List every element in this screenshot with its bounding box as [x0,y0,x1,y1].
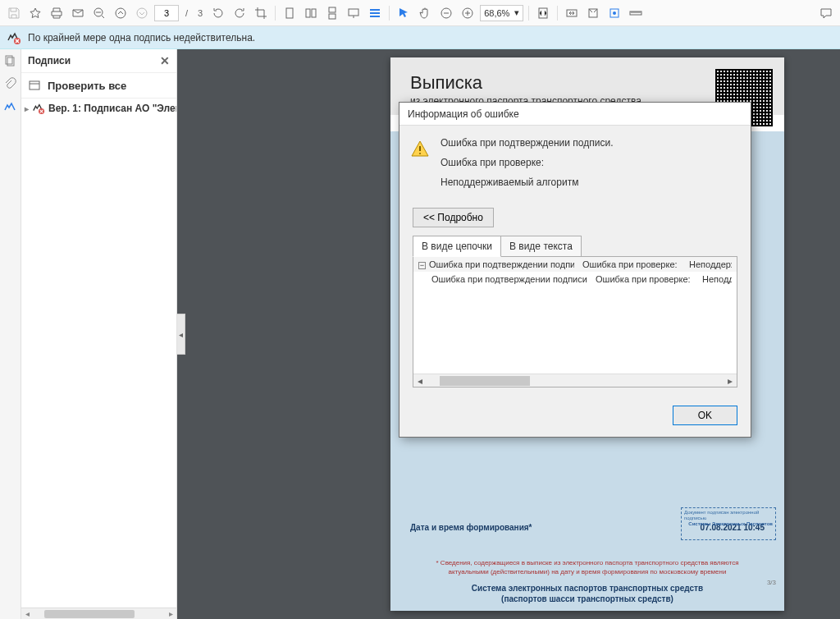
page-number-input[interactable] [154,5,179,21]
chain-cell: Ошибка при подтверждении подписи. [429,259,574,269]
signature-warning-bar: По крайней мере одна подпись недействите… [0,26,840,49]
scroll-right-icon[interactable]: ▸ [165,609,176,618]
collapse-sidebar-handle[interactable]: ◂ [177,314,185,355]
comment-icon[interactable] [817,4,835,22]
document-title: Выписка [410,72,765,94]
page-total: 3 [198,8,203,18]
page-down-icon[interactable] [133,4,151,22]
footer-text: Система электронных паспортов транспортн… [390,583,784,604]
verify-all-label: Проверить все [48,80,126,92]
svg-rect-7 [329,14,336,19]
verify-all-button[interactable]: Проверить все [21,72,176,99]
pointer-icon[interactable] [395,4,413,22]
svg-rect-6 [329,7,336,12]
hand-icon[interactable] [416,4,434,22]
zoom-plus-icon[interactable] [459,4,477,22]
rotate-ccw-icon[interactable] [209,4,227,22]
verify-all-icon [28,79,41,92]
chain-cell: Ошибка при подтверждении подписи. [431,274,587,284]
footer-line: (паспортов шасси транспортных средств) [390,594,784,604]
date-label: Дата и время формирования* [410,523,532,532]
svg-rect-8 [349,9,358,16]
facing-pages-icon[interactable] [302,4,320,22]
signature-tree-item[interactable]: ▸ Вер. 1: Подписан АО "Электрон [21,99,176,118]
footnote-text: * Сведения, содержащиеся в выписке из эл… [390,559,784,576]
scroll-left-icon[interactable]: ◂ [413,375,427,387]
presentation-icon[interactable] [345,4,363,22]
warning-icon [411,140,429,157]
tab-text-view[interactable]: В виде текста [500,236,582,257]
details-toggle-button[interactable]: << Подробно [413,208,494,227]
zoom-minus-icon[interactable] [437,4,455,22]
scrollbar-thumb[interactable] [44,610,135,618]
panel-title: Подписи [28,55,71,66]
ruler-icon[interactable] [627,4,645,22]
actual-size-icon[interactable] [584,4,602,22]
stamp-line: Системы Электронных Паспортов [684,521,773,527]
dialog-title: Информация об ошибке [399,103,751,126]
attachments-tab-icon[interactable] [3,77,18,92]
sidebar-tab-strip [0,49,21,619]
signature-invalid-icon [7,30,21,45]
collapse-icon[interactable]: − [418,262,426,269]
chain-row[interactable]: −Ошибка при подтверждении подписи. Ошибк… [413,257,737,272]
signature-invalid-icon [32,102,45,115]
panel-horizontal-scrollbar[interactable]: ◂ ▸ [21,608,176,619]
svg-rect-3 [286,8,293,18]
toolbar-separator [528,6,529,21]
footer-line: Система электронных паспортов транспортн… [390,583,784,594]
signature-stamp: Документ подписан электронной подписью С… [681,507,776,540]
toolbar-separator [557,6,558,21]
svg-rect-5 [312,9,316,17]
chain-row[interactable]: Ошибка при подтверждении подписи. Ошибка… [413,272,737,287]
error-info-dialog: Информация об ошибке Ошибка при подтверж… [399,102,751,438]
rotate-cw-icon[interactable] [231,4,249,22]
mail-icon[interactable] [69,4,87,22]
fit-width-icon[interactable] [563,4,581,22]
scrollbar-thumb[interactable] [440,376,530,386]
error-line: Ошибка при проверке: [441,157,737,168]
signatures-panel: Подписи ✕ Проверить все ▸ Вер. 1: Подпис… [21,49,177,619]
error-line: Ошибка при подтверждении подписи. [441,137,737,149]
svg-point-15 [613,11,616,15]
continuous-icon[interactable] [323,4,341,22]
page-sep: / [185,8,188,18]
print-icon[interactable] [48,4,66,22]
chain-cell: Ошибка при проверке: [582,259,681,269]
svg-point-22 [419,153,421,154]
favorite-icon[interactable] [26,4,44,22]
panel-header: Подписи ✕ [21,49,176,72]
error-line: Неподдерживаемый алгоритм [441,177,737,188]
chain-cell: Ошибка при проверке: [596,274,694,284]
signature-item-label: Вер. 1: Подписан АО "Электрон [48,103,176,114]
zoom-value: 68,6% [484,8,509,18]
zoom-dropdown[interactable]: 68,6%▾ [480,5,523,21]
page-up-icon[interactable] [112,4,130,22]
svg-rect-20 [30,81,39,89]
fit-visible-icon[interactable] [605,4,623,22]
zoom-out-icon[interactable] [90,4,108,22]
scroll-left-icon[interactable]: ◂ [21,609,33,618]
tab-chain-view[interactable]: В виде цепочки [413,236,501,257]
close-panel-icon[interactable]: ✕ [160,54,170,67]
content-horizontal-scrollbar[interactable]: ◂ ▸ [413,374,737,387]
chain-view-content: −Ошибка при подтверждении подписи. Ошибк… [413,256,737,387]
single-page-icon[interactable] [281,4,299,22]
main-toolbar: / 3 68,6%▾ [0,0,840,26]
save-icon[interactable] [5,4,23,22]
lines-icon[interactable] [366,4,384,22]
chain-cell: Неподдержи [689,259,732,269]
stamp-line: Документ подписан электронной подписью [684,510,773,521]
chevron-down-icon: ▾ [514,7,519,18]
document-viewport[interactable]: ◂ Выписка из электронного паспорта транс… [177,49,840,619]
svg-point-1 [116,8,126,18]
fit-page-icon[interactable] [534,4,552,22]
pages-tab-icon[interactable] [3,54,18,69]
scroll-right-icon[interactable]: ▸ [724,375,737,387]
ok-button[interactable]: OK [673,406,737,425]
chain-cell: Неподдер [702,274,732,284]
signatures-tab-icon[interactable] [3,100,18,115]
toolbar-separator [389,6,390,21]
expand-icon[interactable]: ▸ [25,104,29,113]
crop-icon[interactable] [252,4,270,22]
